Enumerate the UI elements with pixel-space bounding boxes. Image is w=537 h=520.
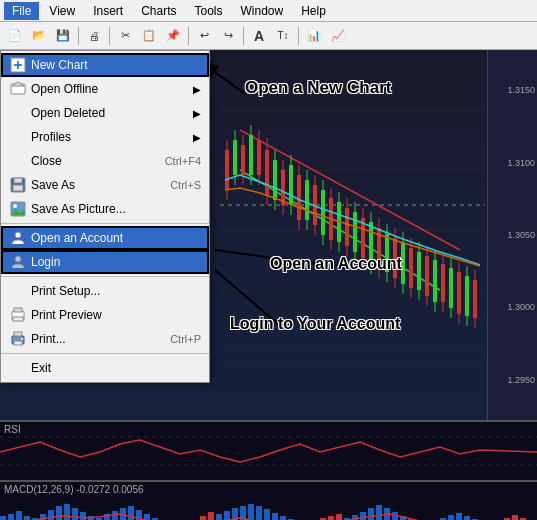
menu-item-open-offline[interactable]: Open Offline ▶ [1,77,209,101]
exit-icon [9,359,27,377]
open-deleted-icon [9,104,27,122]
toolbar-paste[interactable]: 📌 [162,25,184,47]
svg-rect-131 [248,504,254,520]
rsi-panel: RSI [0,420,537,480]
svg-rect-100 [0,516,6,520]
print-setup-icon [9,282,27,300]
menu-item-profiles[interactable]: Profiles ▶ [1,125,209,149]
menu-tools[interactable]: Tools [187,2,231,20]
svg-rect-86 [14,308,22,312]
svg-rect-127 [216,514,222,520]
print-preview-icon [9,306,27,324]
svg-rect-110 [80,512,86,520]
main-chart-area: 1.3150 1.3100 1.3050 1.3000 1.2950 #5 Ne… [0,50,537,420]
profiles-icon [9,128,27,146]
toolbar-undo[interactable]: ↩ [193,25,215,47]
menu-file[interactable]: File [4,2,39,20]
svg-rect-142 [336,514,342,520]
new-chart-icon [9,56,27,74]
macd-label: MACD(12,26,9) -0.0272 0.0056 [0,482,148,497]
toolbar-cut[interactable]: ✂ [114,25,136,47]
menu-item-login[interactable]: Login [1,250,209,274]
toolbar-open[interactable]: 📂 [28,25,50,47]
save-picture-icon [9,200,27,218]
toolbar-print[interactable]: 🖨 [83,25,105,47]
menu-item-open-account[interactable]: Open an Account [1,226,209,250]
macd-chart [0,496,537,520]
svg-rect-108 [64,504,70,520]
svg-rect-134 [272,513,278,520]
svg-point-81 [13,204,17,208]
chart-svg [220,50,485,420]
rsi-chart [0,422,537,480]
toolbar-sep2 [109,27,110,45]
svg-rect-146 [368,508,374,520]
menu-item-save-as-picture[interactable]: Save As Picture... [1,197,209,221]
toolbar-new[interactable]: 📄 [4,25,26,47]
menu-view[interactable]: View [41,2,83,20]
price-label-1: 1.3150 [490,85,535,95]
svg-rect-116 [128,506,134,520]
toolbar-sep3 [188,27,189,45]
svg-rect-87 [13,317,23,321]
sep-1 [1,223,209,224]
svg-rect-145 [360,512,366,520]
menu-item-print[interactable]: Print... Ctrl+P [1,327,209,351]
toolbar-chart-type[interactable]: 📊 [303,25,325,47]
svg-rect-101 [8,514,14,520]
open-offline-arrow: ▶ [193,84,201,95]
svg-rect-109 [72,508,78,520]
toolbar: 📄 📂 💾 🖨 ✂ 📋 📌 ↩ ↪ A T↕ 📊 📈 [0,22,537,50]
svg-rect-107 [56,506,62,520]
close-icon [9,152,27,170]
svg-rect-157 [456,513,462,520]
print-icon [9,330,27,348]
macd-panel: MACD(12,26,9) -0.0272 0.0056 [0,480,537,520]
open-deleted-arrow: ▶ [193,108,201,119]
svg-rect-141 [328,516,334,520]
toolbar-save[interactable]: 💾 [52,25,74,47]
toolbar-copy[interactable]: 📋 [138,25,160,47]
toolbar-sep1 [78,27,79,45]
menu-item-print-preview[interactable]: Print Preview [1,303,209,327]
price-label-2: 1.3100 [490,158,535,168]
svg-point-84 [15,256,21,262]
svg-rect-164 [512,515,518,520]
price-label-5: 1.2950 [490,375,535,385]
svg-rect-156 [448,515,454,520]
svg-rect-102 [16,511,22,520]
svg-rect-96 [0,422,537,480]
menu-item-open-deleted[interactable]: Open Deleted ▶ [1,101,209,125]
menu-item-save-as[interactable]: Save As Ctrl+S [1,173,209,197]
menu-item-print-setup[interactable]: Print Setup... [1,279,209,303]
toolbar-indicators[interactable]: 📈 [327,25,349,47]
toolbar-zoom-in[interactable]: A [248,25,270,47]
svg-rect-135 [280,516,286,520]
menu-window[interactable]: Window [233,2,292,20]
price-label-3: 1.3050 [490,230,535,240]
menu-item-new-chart[interactable]: New Chart [1,53,209,77]
menu-item-close[interactable]: Close Ctrl+F4 [1,149,209,173]
svg-rect-103 [24,516,30,520]
menu-item-exit[interactable]: Exit [1,356,209,380]
svg-rect-79 [13,185,23,191]
svg-rect-90 [14,341,22,345]
svg-rect-125 [200,516,206,520]
svg-rect-126 [208,512,214,520]
svg-rect-78 [14,178,22,183]
price-label-4: 1.3000 [490,302,535,312]
menu-bar: File View Insert Charts Tools Window Hel… [0,0,537,22]
toolbar-zoom-out[interactable]: T↕ [272,25,294,47]
sep-3 [1,353,209,354]
toolbar-sep5 [298,27,299,45]
menu-help[interactable]: Help [293,2,334,20]
save-icon [9,176,27,194]
menu-charts[interactable]: Charts [133,2,184,20]
svg-point-91 [21,338,23,340]
svg-rect-133 [264,509,270,520]
open-offline-icon [9,80,27,98]
rsi-label: RSI [0,422,25,437]
menu-insert[interactable]: Insert [85,2,131,20]
profiles-arrow: ▶ [193,132,201,143]
toolbar-redo[interactable]: ↪ [217,25,239,47]
